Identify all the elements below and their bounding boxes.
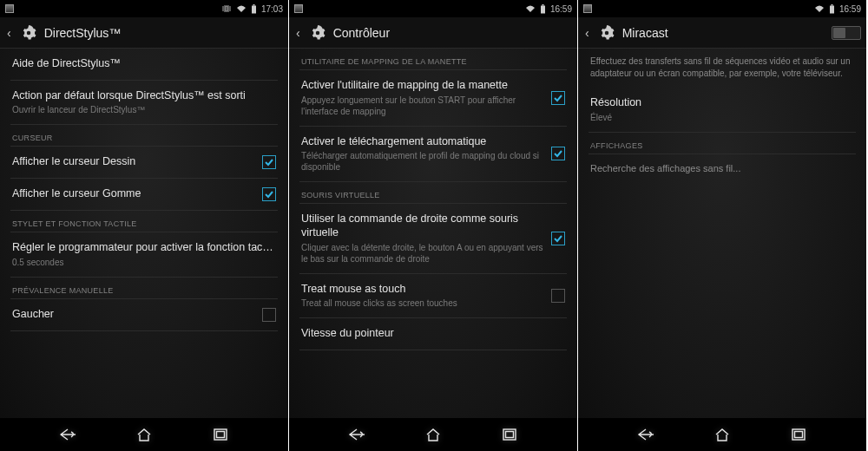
svg-point-12 (604, 30, 608, 35)
nav-home-icon[interactable] (424, 425, 443, 444)
row-label: Gaucher (12, 308, 255, 322)
settings-list: Effectuez des transferts sans fil de séq… (578, 49, 866, 418)
nav-recent-icon[interactable] (789, 425, 808, 444)
battery-icon (829, 4, 835, 14)
row-sublabel: 0.5 secondes (12, 257, 276, 268)
nav-home-icon[interactable] (135, 425, 154, 444)
row-right-stick-mouse[interactable]: Utiliser la commande de droite comme sou… (299, 204, 567, 273)
row-cursor-draw[interactable]: Afficher le curseur Dessin (10, 147, 278, 179)
svg-rect-1 (253, 4, 254, 6)
section-header-handedness: PRÉVALENCE MANUELLE (10, 278, 278, 299)
svg-rect-6 (542, 4, 543, 6)
battery-icon (251, 4, 257, 14)
checkbox[interactable] (551, 147, 565, 160)
description-text: Effectuez des transferts sans fil de séq… (589, 49, 856, 88)
back-icon[interactable]: ‹ (583, 26, 591, 40)
row-searching: Recherche des affichages sans fil... (589, 154, 856, 184)
svg-point-7 (315, 30, 319, 35)
titlebar: ‹ Miracast (578, 17, 866, 49)
row-label: Activer l'utilitaire de mapping de la ma… (301, 79, 544, 93)
navbar (0, 418, 288, 451)
svg-rect-4 (217, 432, 225, 438)
nav-recent-icon[interactable] (500, 425, 519, 444)
checkbox[interactable] (551, 289, 565, 303)
section-header-mapping: UTILITAIRE DE MAPPING DE LA MANETTE (299, 49, 567, 70)
section-header-cursor: CURSEUR (10, 125, 278, 147)
nav-recent-icon[interactable] (211, 425, 230, 444)
svg-rect-9 (506, 432, 514, 438)
checkbox[interactable] (262, 155, 276, 169)
svg-rect-11 (831, 4, 832, 6)
wifi-icon (236, 4, 247, 13)
row-sublabel: Treat all mouse clicks as screen touches (301, 297, 544, 309)
svg-rect-5 (541, 5, 545, 13)
row-sublabel: Télécharger automatiquement le profil de… (301, 150, 544, 173)
page-title: DirectStylus™ (44, 26, 283, 40)
section-header-displays: AFFICHAGES (589, 133, 856, 154)
checkbox[interactable] (262, 187, 276, 201)
row-label: Afficher le curseur Gomme (12, 187, 255, 201)
vibrate-icon (221, 4, 232, 13)
statusbar: 17:03 (0, 0, 288, 17)
clock-text: 17:03 (261, 4, 283, 14)
nav-home-icon[interactable] (713, 425, 732, 444)
row-lefthanded[interactable]: Gaucher (10, 299, 278, 331)
svg-rect-10 (830, 5, 834, 13)
page-title: Contrôleur (333, 26, 572, 40)
row-cursor-eraser[interactable]: Afficher le curseur Gomme (10, 179, 278, 211)
row-pointer-speed[interactable]: Vitesse du pointeur (299, 318, 567, 350)
svg-point-2 (26, 30, 30, 35)
notification-icon (583, 4, 592, 13)
row-label: Afficher le curseur Dessin (12, 155, 255, 169)
notification-icon (294, 4, 303, 13)
back-icon[interactable]: ‹ (294, 26, 302, 40)
clock-text: 16:59 (839, 4, 861, 14)
row-label: Vitesse du pointeur (301, 327, 565, 341)
statusbar: 16:59 (578, 0, 866, 17)
screen-directstylus: 17:03 ‹ DirectStylus™ Aide de DirectStyl… (0, 0, 289, 451)
checkbox[interactable] (551, 91, 565, 105)
row-label: Action par défaut lorsque DirectStylus™ … (12, 89, 276, 103)
statusbar: 16:59 (289, 0, 577, 17)
row-resolution[interactable]: Résolution Élevé (589, 88, 856, 133)
section-header-stylus: STYLET ET FONCTION TACTILE (10, 211, 278, 232)
page-title: Miracast (622, 26, 825, 40)
checkbox[interactable] (551, 232, 565, 245)
row-mouse-as-touch[interactable]: Treat mouse as touch Treat all mouse cli… (299, 274, 567, 319)
navbar (578, 418, 866, 451)
settings-gear-icon[interactable] (598, 24, 615, 42)
notification-icon (5, 4, 14, 13)
screen-controller: 16:59 ‹ Contrôleur UTILITAIRE DE MAPPING… (289, 0, 578, 451)
screen-miracast: 16:59 ‹ Miracast Effectuez des transfert… (578, 0, 867, 451)
svg-rect-14 (795, 432, 803, 438)
row-timer[interactable]: Régler le programmateur pour activer la … (10, 232, 278, 278)
wifi-icon (525, 4, 536, 13)
miracast-toggle[interactable] (832, 26, 861, 40)
row-sublabel: Appuyez longuement sur le bouton START p… (301, 95, 544, 117)
row-sublabel: Élevé (590, 112, 854, 123)
row-label: Recherche des affichages sans fil... (590, 163, 854, 175)
row-label: Régler le programmateur pour activer la … (12, 241, 276, 255)
row-label: Aide de DirectStylus™ (12, 57, 276, 71)
row-label: Utiliser la commande de droite comme sou… (301, 212, 544, 239)
nav-back-icon[interactable] (636, 425, 655, 444)
navbar (289, 418, 577, 451)
battery-icon (540, 4, 546, 14)
settings-gear-icon[interactable] (309, 24, 326, 42)
svg-rect-0 (252, 5, 256, 13)
nav-back-icon[interactable] (347, 425, 366, 444)
wifi-icon (814, 4, 825, 13)
nav-back-icon[interactable] (58, 425, 77, 444)
row-auto-download[interactable]: Activer le téléchargement automatique Té… (299, 127, 567, 183)
titlebar: ‹ Contrôleur (289, 17, 577, 49)
checkbox[interactable] (262, 308, 276, 322)
row-enable-mapping[interactable]: Activer l'utilitaire de mapping de la ma… (299, 70, 567, 127)
titlebar: ‹ DirectStylus™ (0, 17, 288, 49)
settings-gear-icon[interactable] (20, 24, 37, 42)
row-label: Résolution (590, 96, 854, 110)
back-icon[interactable]: ‹ (5, 26, 13, 40)
row-sublabel: Cliquer avec la détente droite, le bouto… (301, 242, 544, 265)
clock-text: 16:59 (550, 4, 572, 14)
row-help[interactable]: Aide de DirectStylus™ (10, 49, 278, 81)
row-default-action[interactable]: Action par défaut lorsque DirectStylus™ … (10, 81, 278, 126)
